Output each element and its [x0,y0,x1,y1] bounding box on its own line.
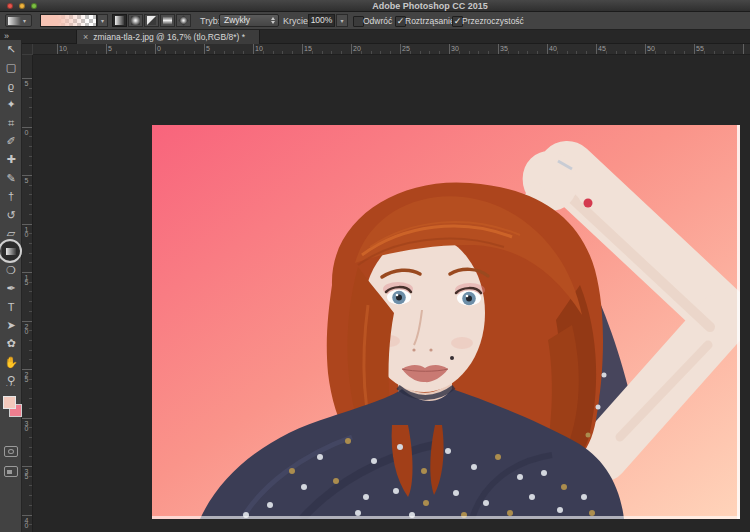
tool-custom-shape[interactable]: ✿ [2,334,20,352]
stud [289,468,295,474]
radial-gradient-button[interactable] [128,14,143,27]
pasteboard [33,55,750,532]
ruler-corner [22,44,33,55]
canvas-edge [737,125,740,519]
tool-rectangular-marquee[interactable]: ▢ [2,58,20,76]
red-nail [584,199,593,208]
tool-gradient[interactable] [2,242,20,260]
screen-mode-button[interactable] [4,466,18,477]
gradient-preview[interactable] [40,14,97,27]
ruler-v-label: 25 [23,369,30,381]
stud [453,490,459,496]
radial-gradient-icon [131,16,140,25]
tool-path-selection[interactable]: ➤ [2,316,20,334]
ruler-v-label: 40 [23,515,30,527]
tool-pen[interactable]: ✒ [2,279,20,297]
linear-gradient-button[interactable] [112,14,127,27]
angle-gradient-button[interactable] [144,14,159,27]
vertical-ruler[interactable]: 50510152025303540 [22,55,33,532]
stud [589,510,595,516]
ruler-v-label: 5 [23,78,30,85]
opacity-dropdown-arrow[interactable]: ▾ [336,14,348,27]
mode-label: Tryb: [200,12,220,30]
stud [317,454,323,460]
stud [529,494,535,500]
options-bar: ▾ ▾ Tryb: Zwykły Krycie: 100% ▾ Odwróć✓R… [0,12,750,30]
foreground-color-swatch[interactable] [3,396,16,409]
ruler-v-label: 0 [23,127,30,134]
tool-type[interactable]: T [2,298,20,316]
stud [397,444,403,450]
stud [393,488,399,494]
tab-close-icon[interactable]: × [83,33,88,42]
blend-mode-value: Zwykły [224,15,250,25]
stud [495,454,501,460]
stud [363,494,369,500]
angle-gradient-icon [147,16,156,25]
ruler-h-label: 10 [57,44,67,53]
stud [483,500,489,506]
ruler-h-label: 25 [400,44,410,53]
diamond-gradient-icon [178,15,188,25]
stud [471,464,477,470]
stud [541,470,547,476]
opacity-value-field[interactable]: 100% [308,14,335,27]
stud [586,433,591,438]
tool-eyedropper[interactable]: ✐ [2,132,20,150]
ruler-v-label: 30 [23,418,30,430]
stud [445,448,451,454]
quick-mask-button[interactable] [4,446,18,457]
document-tab[interactable]: × zmiana-tla-2.jpg @ 16,7% (tlo,RGB/8*) … [76,30,260,44]
ruler-v-label: 10 [23,224,30,236]
gradient-tool-icon [8,17,21,25]
photoshop-window: Adobe Photoshop CC 2015 ▾ ▾ Tryb: Zwykły… [0,0,750,532]
edit-toolbar-ellipsis[interactable]: ··· [2,381,20,390]
tool-brush[interactable]: ✎ [2,169,20,187]
tool-crop[interactable]: ⌗ [2,114,20,132]
stud [355,510,361,516]
window-title: Adobe Photoshop CC 2015 [0,0,750,12]
ruler-v-label: 35 [23,466,30,478]
horizontal-ruler[interactable]: 1050510152025303540455055 [33,44,750,55]
reflected-gradient-button[interactable] [160,14,175,27]
checkbox-label-przezroczystość: Przezroczystość [462,12,524,30]
gradient-picker-arrow[interactable]: ▾ [97,14,108,27]
ruler-h-label: 0 [155,44,161,53]
tab-bar: » × zmiana-tla-2.jpg @ 16,7% (tlo,RGB/8*… [0,30,750,44]
diamond-gradient-button[interactable] [176,14,191,27]
stud [423,500,429,506]
checkbox-label-roztrząsanie: Roztrząsanie [405,12,455,30]
tool-history-brush[interactable]: ↺ [2,206,20,224]
stud [596,405,601,410]
ruler-h-label: 55 [694,44,704,53]
tool-blur[interactable]: ❍ [2,261,20,279]
ruler-h-label: 40 [547,44,557,53]
tool-lasso[interactable]: ϱ [2,77,20,95]
stud [517,474,523,480]
photo-woman [152,125,740,519]
document-canvas[interactable] [152,125,740,519]
tool-preset-button[interactable]: ▾ [5,14,32,27]
opacity-label: Krycie: [283,12,311,30]
tool-clone-stamp[interactable]: † [2,187,20,205]
ruler-h-label: 45 [596,44,606,53]
ruler-h-label: 15 [302,44,312,53]
tool-hand[interactable]: ✋ [2,353,20,371]
blend-mode-select[interactable]: Zwykły [219,14,279,27]
stud [333,478,339,484]
canvas-edge [152,516,740,519]
stud [267,502,273,508]
tool-move[interactable]: ↖ [2,40,20,58]
tool-spot-healing-brush[interactable]: ✚ [2,150,20,168]
chevron-down-icon: ▾ [340,18,343,24]
title-bar: Adobe Photoshop CC 2015 [0,0,750,12]
ruler-v-label: 20 [23,321,30,333]
linear-gradient-icon [115,16,124,25]
selected-tool-highlight [0,239,22,263]
ruler-h-label: 20 [351,44,361,53]
ruler-h-label: 5 [106,44,112,53]
stud [557,507,563,513]
tool-quick-selection[interactable]: ✦ [2,95,20,113]
chevron-down-icon: ▾ [23,18,26,24]
ruler-h-label: 30 [449,44,459,53]
